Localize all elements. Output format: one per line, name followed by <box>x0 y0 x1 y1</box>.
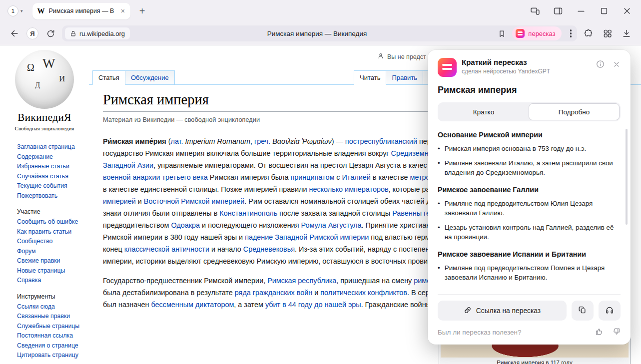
sidebar-participation-link[interactable]: Справка <box>17 276 89 286</box>
article-link[interactable]: греч. <box>254 137 270 145</box>
article-link[interactable]: ряда гражданских войн <box>235 289 312 297</box>
tab-counter[interactable]: 1 ▾ <box>5 4 25 18</box>
info-icon[interactable] <box>596 59 605 71</box>
sidebar-tools-link[interactable]: Ссылки сюда <box>17 302 89 312</box>
article-text: и <box>136 197 144 205</box>
sidebar-nav-link[interactable]: Пожертвовать <box>17 191 89 201</box>
sidebar-tools-link[interactable]: Цитировать страницу <box>17 351 89 361</box>
chevron-down-icon: ▾ <box>20 8 23 13</box>
bullet-text: Римская империя основана в 753 году до н… <box>445 144 587 153</box>
devices-icon[interactable] <box>530 6 540 16</box>
sidebar-nav-link[interactable]: Содержание <box>17 152 89 162</box>
sidebar-participation-link[interactable]: Сообщить об ошибке <box>17 217 89 227</box>
url-chip[interactable]: ru.wikipedia.org <box>65 27 130 39</box>
summary-section-heading: Римское завоевание Галлии <box>438 186 621 194</box>
yandex-logo-icon: Я <box>26 27 38 39</box>
wiki-tab[interactable]: Править <box>386 70 423 85</box>
article-link[interactable]: бессменным диктатором <box>151 301 234 309</box>
article-link[interactable]: принципатом <box>290 173 334 181</box>
article-link[interactable]: Италией <box>342 173 371 181</box>
article-link[interactable]: Одоакра <box>171 221 200 229</box>
article-link[interactable]: падение Западной Римской империи <box>245 233 369 241</box>
article-link[interactable]: классической античности <box>124 245 209 253</box>
yandex-home-button[interactable]: Я <box>25 26 40 41</box>
tab-close-icon[interactable]: ✕ <box>120 8 125 14</box>
retell-button[interactable]: пересказ <box>512 26 561 40</box>
summary-bullet: •Римляне под предводительством Юлия Цеза… <box>438 199 621 218</box>
article-link[interactable]: Ромула Августула <box>301 221 361 229</box>
article-link[interactable]: Равенны <box>392 209 422 217</box>
wikipedia-wordmark[interactable]: ВикипедиЯ <box>0 111 89 124</box>
bookmark-icon[interactable] <box>498 29 506 38</box>
listen-button[interactable] <box>599 301 621 321</box>
sidebar-nav-link[interactable]: Текущие события <box>17 181 89 191</box>
panel-subtitle: сделан нейросетью YandexGPT <box>462 68 591 75</box>
back-button[interactable] <box>7 26 22 41</box>
sidebar-participation-link[interactable]: Сообщество <box>17 237 89 247</box>
sidebar-participation-link[interactable]: Свежие правки <box>17 256 89 266</box>
thumb-down-icon[interactable] <box>612 327 621 338</box>
tab-detailed[interactable]: Подробно <box>529 103 620 120</box>
article-text: , пришедшая на смену <box>336 277 414 285</box>
minimize-icon[interactable] <box>576 6 586 16</box>
article-link[interactable]: Римская республика <box>267 277 336 285</box>
sidebar-participation-link[interactable]: Как править статьи <box>17 227 89 237</box>
article-link[interactable]: Константинополь <box>219 209 277 217</box>
sidebar-nav-link[interactable]: Заглавная страница <box>17 142 89 152</box>
reload-button[interactable] <box>43 26 58 41</box>
collections-icon[interactable] <box>600 26 615 41</box>
sidebar-nav-link[interactable]: Избранные статьи <box>17 162 89 172</box>
panel-actions: Ссылка на пересказ <box>438 301 621 321</box>
wiki-tab[interactable]: Читать <box>354 70 386 85</box>
wiki-tab[interactable]: Обсуждение <box>125 70 175 85</box>
panel-header-icons <box>596 59 621 71</box>
more-menu-icon[interactable] <box>568 27 574 39</box>
tab-strip: 1 ▾ W Римская империя — В ✕ + <box>0 0 641 22</box>
thumb-up-icon[interactable] <box>595 327 604 338</box>
user-status-link[interactable]: Вы не предст <box>377 52 426 61</box>
sidebar-nav: Заглавная страницаСодержаниеИзбранные ст… <box>17 142 89 201</box>
panel-scrollbar[interactable] <box>626 129 628 225</box>
sidebar-tools-link[interactable]: Постоянная ссылка <box>17 331 89 341</box>
article-text: и начало <box>209 245 243 253</box>
copy-link-button[interactable]: Ссылка на пересказ <box>438 301 567 321</box>
bullet-dot-icon: • <box>438 223 440 242</box>
article-link[interactable]: несколько императоров <box>309 185 388 193</box>
logo-glyph: Ω <box>27 62 34 73</box>
tab-brief[interactable]: Кратко <box>439 103 529 120</box>
browser-tab[interactable]: W Римская империя — В ✕ <box>32 3 130 19</box>
user-icon <box>377 52 384 61</box>
side-panel-icon[interactable] <box>553 6 563 16</box>
sidebar-tools-link[interactable]: Связанные правки <box>17 312 89 322</box>
window-close-icon[interactable] <box>622 6 632 16</box>
logo-glyph: W <box>42 56 55 71</box>
sidebar-nav-link[interactable]: Случайная статья <box>17 172 89 182</box>
panel-close-icon[interactable] <box>613 60 621 70</box>
article-link[interactable]: Западной Азии <box>103 161 153 169</box>
sidebar-tools-link[interactable]: Служебные страницы <box>17 322 89 332</box>
maximize-icon[interactable] <box>599 6 609 16</box>
new-tab-button[interactable]: + <box>135 4 149 18</box>
logo-glyph: Д <box>35 81 40 89</box>
copy-text-button[interactable] <box>572 301 594 321</box>
retell-icon <box>516 29 525 38</box>
article-link[interactable]: военной анархии третьего века <box>103 173 208 181</box>
wiki-tab[interactable]: Статья <box>92 70 125 85</box>
downloads-icon[interactable] <box>619 26 634 41</box>
wikipedia-logo[interactable]: Ω W И Д <box>15 50 74 109</box>
bullet-dot-icon: • <box>438 263 440 282</box>
address-bar[interactable]: ru.wikipedia.org Римская империя — Викип… <box>62 25 577 41</box>
summary-mode-tabs: Кратко Подробно <box>438 102 621 121</box>
article-text: Imperium Romanum <box>183 137 250 145</box>
article-link[interactable]: Восточной Римской империей <box>144 197 244 205</box>
article-text: был назначен <box>103 301 151 309</box>
article-link[interactable]: постреспубликанский <box>345 137 417 145</box>
extensions-icon[interactable] <box>581 26 596 41</box>
article-link[interactable]: Средневековья <box>243 245 295 253</box>
article-link[interactable]: политических конфликтов <box>320 289 407 297</box>
sidebar-participation-link[interactable]: Новые страницы <box>17 266 89 276</box>
sidebar-participation-link[interactable]: Форум <box>17 247 89 257</box>
article-link[interactable]: убит в 44 году до нашей эры <box>265 301 361 309</box>
sidebar-tools-link[interactable]: Сведения о странице <box>17 341 89 351</box>
article-link[interactable]: лат. <box>171 137 183 145</box>
